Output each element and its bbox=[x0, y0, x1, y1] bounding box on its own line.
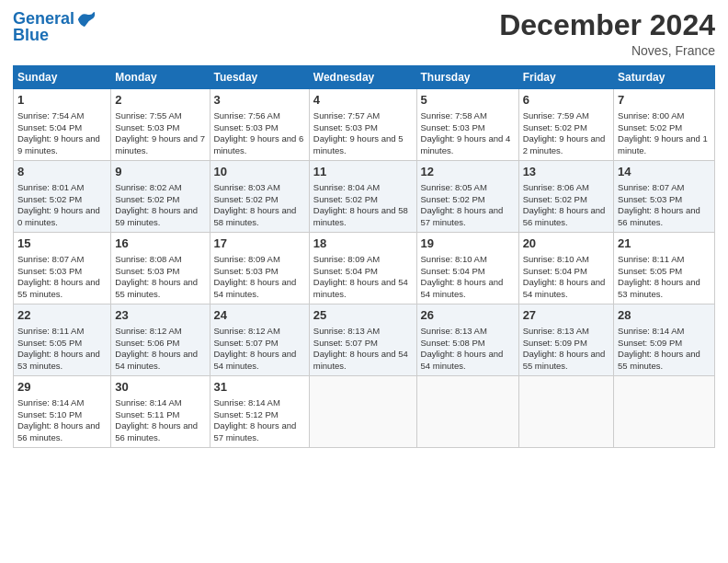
sunrise-label: Sunrise: 8:10 AM bbox=[421, 254, 487, 264]
col-thursday: Thursday bbox=[416, 66, 518, 89]
daylight-label: Daylight: 9 hours and 4 minutes. bbox=[421, 133, 511, 155]
day-number: 3 bbox=[214, 92, 305, 109]
page-header: General Blue December 2024 Noves, France bbox=[13, 9, 715, 58]
day-number: 25 bbox=[313, 307, 413, 324]
daylight-label: Daylight: 8 hours and 53 minutes. bbox=[618, 277, 700, 299]
sunset-label: Sunset: 5:04 PM bbox=[421, 266, 485, 276]
sunset-label: Sunset: 5:05 PM bbox=[618, 266, 682, 276]
sunset-label: Sunset: 5:06 PM bbox=[115, 338, 179, 348]
col-tuesday: Tuesday bbox=[210, 66, 309, 89]
day-number: 16 bbox=[115, 236, 205, 252]
sunrise-label: Sunrise: 8:08 AM bbox=[115, 254, 181, 264]
sunrise-label: Sunrise: 8:10 AM bbox=[523, 254, 589, 264]
sunset-label: Sunset: 5:09 PM bbox=[618, 338, 682, 348]
sunrise-label: Sunrise: 8:01 AM bbox=[17, 182, 84, 192]
daylight-label: Daylight: 8 hours and 56 minutes. bbox=[17, 420, 100, 442]
day-number: 26 bbox=[421, 307, 515, 324]
table-row bbox=[416, 376, 518, 448]
daylight-label: Daylight: 8 hours and 53 minutes. bbox=[17, 349, 100, 371]
day-number: 15 bbox=[17, 236, 107, 252]
col-wednesday: Wednesday bbox=[309, 66, 416, 89]
table-row: 23 Sunrise: 8:12 AM Sunset: 5:06 PM Dayl… bbox=[111, 304, 210, 376]
calendar-week-row: 8 Sunrise: 8:01 AM Sunset: 5:02 PM Dayli… bbox=[14, 161, 715, 233]
sunset-label: Sunset: 5:03 PM bbox=[17, 266, 82, 276]
daylight-label: Daylight: 8 hours and 54 minutes. bbox=[115, 349, 198, 371]
sunrise-label: Sunrise: 8:07 AM bbox=[17, 254, 84, 264]
table-row: 14 Sunrise: 8:07 AM Sunset: 5:03 PM Dayl… bbox=[614, 161, 715, 233]
table-row: 29 Sunrise: 8:14 AM Sunset: 5:10 PM Dayl… bbox=[14, 376, 111, 448]
sunset-label: Sunset: 5:02 PM bbox=[313, 194, 378, 204]
table-row: 25 Sunrise: 8:13 AM Sunset: 5:07 PM Dayl… bbox=[309, 304, 416, 376]
calendar-header-row: Sunday Monday Tuesday Wednesday Thursday… bbox=[14, 66, 715, 89]
sunset-label: Sunset: 5:02 PM bbox=[17, 194, 82, 204]
daylight-label: Daylight: 8 hours and 56 minutes. bbox=[115, 420, 198, 442]
day-number: 24 bbox=[214, 307, 305, 324]
sunrise-label: Sunrise: 7:54 AM bbox=[17, 110, 84, 121]
table-row: 17 Sunrise: 8:09 AM Sunset: 5:03 PM Dayl… bbox=[210, 233, 309, 304]
calendar-week-row: 29 Sunrise: 8:14 AM Sunset: 5:10 PM Dayl… bbox=[14, 376, 715, 448]
day-number: 13 bbox=[523, 164, 609, 180]
sunset-label: Sunset: 5:03 PM bbox=[313, 122, 378, 132]
daylight-label: Daylight: 8 hours and 58 minutes. bbox=[313, 205, 408, 227]
table-row: 21 Sunrise: 8:11 AM Sunset: 5:05 PM Dayl… bbox=[614, 233, 715, 304]
sunrise-label: Sunrise: 7:56 AM bbox=[214, 110, 280, 121]
col-saturday: Saturday bbox=[614, 66, 715, 89]
daylight-label: Daylight: 8 hours and 54 minutes. bbox=[214, 349, 297, 371]
col-sunday: Sunday bbox=[14, 66, 111, 89]
daylight-label: Daylight: 8 hours and 55 minutes. bbox=[115, 277, 198, 299]
calendar-week-row: 22 Sunrise: 8:11 AM Sunset: 5:05 PM Dayl… bbox=[14, 304, 715, 376]
daylight-label: Daylight: 9 hours and 6 minutes. bbox=[214, 133, 304, 155]
day-number: 5 bbox=[421, 92, 515, 109]
sunset-label: Sunset: 5:10 PM bbox=[17, 409, 82, 419]
calendar-week-row: 1 Sunrise: 7:54 AM Sunset: 5:04 PM Dayli… bbox=[14, 89, 715, 161]
daylight-label: Daylight: 8 hours and 57 minutes. bbox=[421, 205, 504, 227]
sunset-label: Sunset: 5:02 PM bbox=[523, 122, 587, 132]
table-row: 12 Sunrise: 8:05 AM Sunset: 5:02 PM Dayl… bbox=[416, 161, 518, 233]
sunrise-label: Sunrise: 8:09 AM bbox=[214, 254, 280, 264]
day-number: 10 bbox=[214, 164, 305, 180]
month-title: December 2024 bbox=[499, 9, 715, 41]
daylight-label: Daylight: 8 hours and 55 minutes. bbox=[523, 349, 606, 371]
sunset-label: Sunset: 5:03 PM bbox=[115, 266, 179, 276]
day-number: 23 bbox=[115, 307, 205, 324]
daylight-label: Daylight: 8 hours and 54 minutes. bbox=[421, 277, 504, 299]
day-number: 19 bbox=[421, 236, 515, 252]
daylight-label: Daylight: 8 hours and 56 minutes. bbox=[523, 205, 606, 227]
day-number: 30 bbox=[115, 379, 205, 396]
sunset-label: Sunset: 5:03 PM bbox=[214, 266, 279, 276]
table-row: 7 Sunrise: 8:00 AM Sunset: 5:02 PM Dayli… bbox=[614, 89, 715, 161]
sunrise-label: Sunrise: 8:00 AM bbox=[618, 110, 684, 121]
sunset-label: Sunset: 5:02 PM bbox=[214, 194, 279, 204]
table-row: 18 Sunrise: 8:09 AM Sunset: 5:04 PM Dayl… bbox=[309, 233, 416, 304]
day-number: 18 bbox=[313, 236, 413, 252]
location: Noves, France bbox=[499, 43, 715, 58]
day-number: 29 bbox=[17, 379, 107, 396]
table-row: 13 Sunrise: 8:06 AM Sunset: 5:02 PM Dayl… bbox=[518, 161, 613, 233]
sunrise-label: Sunrise: 8:14 AM bbox=[115, 397, 181, 408]
sunset-label: Sunset: 5:02 PM bbox=[421, 194, 485, 204]
table-row: 2 Sunrise: 7:55 AM Sunset: 5:03 PM Dayli… bbox=[111, 89, 210, 161]
sunset-label: Sunset: 5:03 PM bbox=[214, 122, 279, 132]
table-row: 11 Sunrise: 8:04 AM Sunset: 5:02 PM Dayl… bbox=[309, 161, 416, 233]
sunrise-label: Sunrise: 8:11 AM bbox=[618, 254, 684, 264]
table-row: 9 Sunrise: 8:02 AM Sunset: 5:02 PM Dayli… bbox=[111, 161, 210, 233]
daylight-label: Daylight: 9 hours and 1 minute. bbox=[618, 133, 708, 155]
daylight-label: Daylight: 8 hours and 57 minutes. bbox=[214, 420, 297, 442]
table-row: 8 Sunrise: 8:01 AM Sunset: 5:02 PM Dayli… bbox=[14, 161, 111, 233]
daylight-label: Daylight: 8 hours and 54 minutes. bbox=[313, 277, 408, 299]
sunset-label: Sunset: 5:07 PM bbox=[214, 338, 279, 348]
calendar-week-row: 15 Sunrise: 8:07 AM Sunset: 5:03 PM Dayl… bbox=[14, 233, 715, 304]
sunset-label: Sunset: 5:04 PM bbox=[313, 266, 378, 276]
day-number: 31 bbox=[214, 379, 305, 396]
table-row: 1 Sunrise: 7:54 AM Sunset: 5:04 PM Dayli… bbox=[14, 89, 111, 161]
sunset-label: Sunset: 5:05 PM bbox=[17, 338, 82, 348]
table-row: 20 Sunrise: 8:10 AM Sunset: 5:04 PM Dayl… bbox=[518, 233, 613, 304]
sunset-label: Sunset: 5:08 PM bbox=[421, 338, 485, 348]
daylight-label: Daylight: 9 hours and 7 minutes. bbox=[115, 133, 205, 155]
sunset-label: Sunset: 5:07 PM bbox=[313, 338, 378, 348]
day-number: 7 bbox=[618, 92, 711, 109]
sunset-label: Sunset: 5:02 PM bbox=[115, 194, 179, 204]
sunrise-label: Sunrise: 8:04 AM bbox=[313, 182, 380, 192]
sunset-label: Sunset: 5:03 PM bbox=[618, 194, 682, 204]
sunset-label: Sunset: 5:03 PM bbox=[421, 122, 485, 132]
